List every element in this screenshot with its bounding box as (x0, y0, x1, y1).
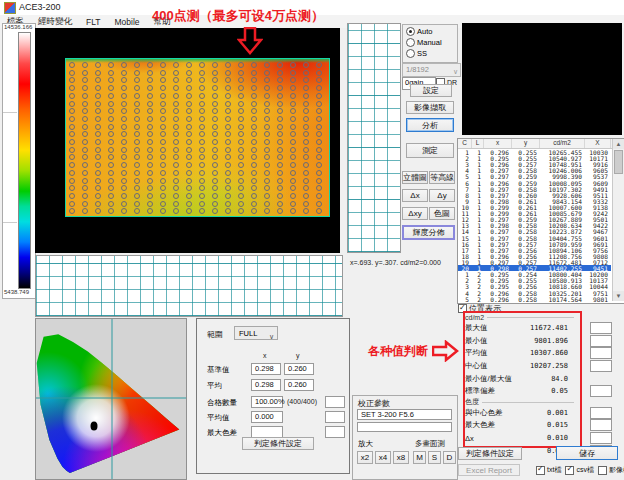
measurement-point (186, 170, 192, 176)
multi-D-button[interactable]: D (443, 451, 456, 464)
mode-option-auto[interactable]: Auto (403, 26, 457, 37)
calibration-set-field: SET 3-200 F5.6 (357, 409, 452, 420)
measurement-point (303, 193, 309, 199)
measurement-point (212, 62, 218, 68)
measurement-point (108, 116, 114, 122)
multi-S-button[interactable]: S (428, 451, 441, 464)
range-dropdown[interactable]: FULL ∨ (234, 326, 278, 340)
table-cell: 10174.564 (540, 296, 585, 302)
measurement-point (199, 147, 205, 153)
file-checkbox-label: csv檔 (576, 465, 594, 475)
measurement-point (238, 131, 244, 137)
measurement-point (121, 178, 127, 184)
app-window: ACE3-200 檔案經時變化FLTMobile幫助 14536.166 543… (0, 0, 624, 480)
measurement-point (160, 131, 166, 137)
mode-option-ss[interactable]: SS (403, 48, 457, 59)
stereo-map-button[interactable]: 立體圖 (402, 171, 428, 184)
scroll-up-icon[interactable]: ▲ (613, 139, 624, 149)
color-map-button[interactable]: 色圖 (429, 207, 455, 220)
measurement-point (108, 131, 114, 137)
file-checkbox-txt檔[interactable]: txt檔 (536, 465, 561, 475)
delta-xy-button[interactable]: Δxy (402, 207, 428, 220)
measurement-point (225, 154, 231, 160)
measurement-point (238, 77, 244, 83)
measurement-canvas[interactable] (35, 28, 340, 253)
measurement-point (108, 178, 114, 184)
measured-point-marker (91, 422, 98, 431)
shutter-dropdown[interactable]: 1/8192 ∨ (402, 63, 461, 77)
checkbox-icon[interactable] (598, 466, 607, 475)
measurement-table[interactable]: CLxycd/m2X 110.2960.25510265.45510030210… (457, 138, 624, 304)
measurement-point (264, 124, 270, 130)
measurement-point (95, 170, 101, 176)
measurement-point (108, 93, 114, 99)
column-header-L[interactable]: L (472, 139, 484, 148)
measurement-point (173, 124, 179, 130)
zoom-x4-button[interactable]: x4 (375, 451, 391, 464)
color-scale-bar (18, 32, 31, 289)
scrollbar-thumb[interactable] (614, 150, 623, 174)
measurement-point (238, 154, 244, 160)
measurement-point (108, 101, 114, 107)
column-header-X[interactable]: X (585, 139, 611, 148)
measurement-point (264, 85, 270, 91)
analyze-button[interactable]: 分析 (406, 118, 454, 132)
measurement-point (134, 208, 140, 214)
scale-tick (3, 222, 17, 223)
measurement-point (173, 101, 179, 107)
save-button[interactable]: 儲存 (556, 446, 618, 460)
excel-report-button[interactable]: Excel Report (458, 464, 520, 476)
judge-condition-button[interactable]: 判定條件設定 (242, 437, 314, 450)
measurement-point (225, 131, 231, 137)
pass-count-row: 合格數量 100.00% (400/400) (197, 396, 349, 409)
measurement-point (147, 139, 153, 145)
column-header-C[interactable]: C (458, 139, 472, 148)
delta-x-button[interactable]: Δx (402, 189, 428, 202)
measurement-point (199, 170, 205, 176)
table-body[interactable]: 110.2960.25510265.45510030210.2950.25510… (458, 149, 611, 302)
menu-item-經時變化[interactable]: 經時變化 (31, 16, 79, 28)
settings-button[interactable]: 設定 (410, 84, 452, 97)
measurement-point (134, 85, 140, 91)
measurement-point (69, 108, 75, 114)
footer-judge-button[interactable]: 判定條件設定 (458, 447, 522, 460)
table-row[interactable]: 520.2960.25810174.5649801 (458, 296, 611, 302)
measurement-point (108, 162, 114, 168)
measurement-point (212, 70, 218, 76)
image-capture-button[interactable]: 影像擷取 (406, 101, 454, 114)
measurement-point (121, 147, 127, 153)
measurement-point (95, 85, 101, 91)
column-header-x[interactable]: x (484, 139, 512, 148)
maxdiff-judge-box (325, 426, 345, 438)
zoom-x2-button[interactable]: x2 (357, 451, 373, 464)
column-header-y[interactable]: y (512, 139, 540, 148)
measurement-point (186, 62, 192, 68)
measure-button[interactable]: 測定 (406, 143, 454, 158)
measurement-point (277, 147, 283, 153)
checkbox-icon[interactable] (536, 466, 545, 475)
luminance-dist-button[interactable]: 輝度分佈 (402, 225, 455, 240)
scroll-down-icon[interactable]: ▼ (613, 291, 624, 301)
measurement-point (108, 62, 114, 68)
zoom-x8-button[interactable]: x8 (393, 451, 409, 464)
menu-item-FLT[interactable]: FLT (79, 17, 107, 27)
mode-option-manual[interactable]: Manual (403, 37, 457, 48)
measurement-point (69, 162, 75, 168)
table-scrollbar[interactable]: ▲ ▼ (612, 139, 624, 301)
measurement-point (186, 162, 192, 168)
menu-item-Mobile[interactable]: Mobile (107, 17, 146, 27)
radio-icon[interactable] (406, 49, 415, 58)
checkbox-icon[interactable] (565, 466, 574, 475)
luminance-heatmap[interactable] (65, 58, 330, 217)
file-checkbox-csv檔[interactable]: csv檔 (565, 465, 594, 475)
multi-M-button[interactable]: M (413, 451, 426, 464)
delta-y-button[interactable]: Δy (429, 189, 455, 202)
contour-button[interactable]: 等高線 (429, 171, 455, 184)
measurement-point (82, 116, 88, 122)
radio-icon[interactable] (406, 38, 415, 47)
measurement-point (199, 101, 205, 107)
radio-icon[interactable] (406, 27, 415, 36)
measurement-point (225, 101, 231, 107)
column-header-cd/m2[interactable]: cd/m2 (540, 139, 585, 148)
file-checkbox-影像檔[interactable]: 影像檔 (598, 465, 624, 475)
